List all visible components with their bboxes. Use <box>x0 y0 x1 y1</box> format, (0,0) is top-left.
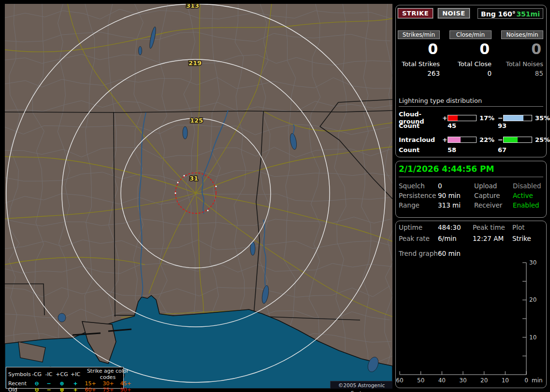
svg-text:20: 20 <box>480 377 488 384</box>
squelch-value: 0 <box>438 182 474 189</box>
copyright-bar: ©2005 Astrogenic Systems <box>330 381 392 389</box>
minus-sign: − <box>498 114 503 122</box>
cloud-ground-count-row: Count 45 93 <box>399 122 543 131</box>
ring-label-125: 125 <box>190 117 203 124</box>
svg-text:40: 40 <box>438 377 446 384</box>
datetime-display: 2/1/2026 4:44:56 PM <box>399 164 543 177</box>
legend-col-neg-cg: -CG <box>30 371 43 378</box>
noises-counter: Noises/min 0 Total Noises 85 <box>501 30 543 77</box>
noise-mode-button[interactable]: NOISE <box>438 8 470 18</box>
capture-status: Active <box>513 192 544 199</box>
status-panel: 2/1/2026 4:44:56 PM Squelch 0 Upload Dis… <box>395 161 547 218</box>
neg-cg-old-icon: ⊖ <box>30 387 43 392</box>
strikes-per-min-value: 0 <box>398 41 438 57</box>
strikes-counter: Strikes/min 0 Total Strikes 263 <box>398 30 440 77</box>
cg-negative-bar <box>503 115 532 121</box>
neg-ic-recent-icon: − <box>43 380 55 387</box>
lightning-map[interactable]: 313 219 125 31 <box>5 4 392 389</box>
svg-text:50: 50 <box>417 377 424 384</box>
strikes-per-min-button[interactable]: Strikes/min <box>398 30 440 39</box>
svg-text:60: 60 <box>396 377 403 384</box>
ic-negative-pct: 25% <box>532 136 550 143</box>
age-30: 30+ <box>99 380 117 387</box>
age-90: 90+ <box>117 387 134 392</box>
pos-ic-old-icon: + <box>69 387 82 392</box>
noises-per-min-button[interactable]: Noises/min <box>501 30 543 39</box>
total-close-value: 0 <box>449 70 492 77</box>
neg-cg-recent-icon: ⊖ <box>30 380 43 387</box>
upload-status: Disabled <box>513 182 544 189</box>
total-noises-label: Total Noises <box>501 60 543 68</box>
strike-mode-button[interactable]: STRIKE <box>398 8 433 18</box>
svg-text:30: 30 <box>459 377 466 384</box>
count-label: Count <box>399 146 442 155</box>
ic-positive-count: 58 <box>448 146 498 155</box>
age-15: 15+ <box>82 380 99 387</box>
cg-negative-pct: 35% <box>532 114 550 122</box>
ic-negative-count: 67 <box>498 146 550 155</box>
pos-ic-recent-icon: + <box>69 380 82 387</box>
legend-old-label: Old <box>8 387 30 392</box>
svg-text:10: 10 <box>529 334 536 341</box>
bearing-readout: Bng 160° 351mi <box>478 8 543 19</box>
symbols-legend: Symbols -CG -IC +CG +IC Strike age color… <box>6 367 124 389</box>
total-close-label: Total Close <box>449 60 492 68</box>
legend-recent-row: Recent ⊖ − ⊕ + 15+ 30+ 45+ <box>8 380 121 387</box>
noises-per-min-value: 0 <box>501 41 541 57</box>
svg-text:min: min <box>532 377 543 384</box>
total-strikes-label: Total Strikes <box>398 60 440 68</box>
rate-counters: Strikes/min 0 Total Strikes 263 Close/mi… <box>398 30 543 77</box>
legend-symbols-header: Symbols <box>8 371 30 378</box>
bearing-label: Bng 160° <box>481 9 516 18</box>
legend-old-row: Old ⊖ − ⊕ + 60+ 75+ 90+ <box>8 387 121 392</box>
plus-sign: + <box>442 136 448 143</box>
receiver-label: Receiver <box>474 202 513 209</box>
age-45: 45+ <box>117 380 134 387</box>
intracloud-count-row: Count 58 67 <box>399 146 543 155</box>
legend-recent-label: Recent <box>8 380 30 387</box>
age-60: 60+ <box>82 387 99 392</box>
plus-sign: + <box>442 114 448 122</box>
svg-text:20: 20 <box>529 296 536 303</box>
squelch-label: Squelch <box>399 182 438 189</box>
trend-graph: 1020306050403020100min <box>396 221 546 388</box>
total-noises-value: 85 <box>501 70 543 77</box>
pos-cg-recent-icon: ⊕ <box>55 380 69 387</box>
age-75: 75+ <box>99 387 117 392</box>
trend-panel: Uptime 484:30 Peak time Plot Peak rate 6… <box>395 221 547 388</box>
cg-negative-count: 93 <box>498 122 550 131</box>
mode-button-row: STRIKE NOISE Bng 160° 351mi <box>398 8 544 20</box>
ic-negative-bar <box>503 137 532 143</box>
intracloud-label: Intracloud <box>399 136 442 143</box>
strike-counters-panel: STRIKE NOISE Bng 160° 351mi Strikes/min … <box>395 5 547 157</box>
legend-col-pos-cg: +CG <box>55 371 69 378</box>
app-window: 313 219 125 31 Symbols -CG -IC +CG +IC S… <box>0 0 550 392</box>
persistence-value: 90 min <box>438 192 474 199</box>
map-canvas: 313 219 125 31 <box>5 4 392 389</box>
persistence-label: Persistence <box>399 192 438 199</box>
close-per-min-value: 0 <box>449 41 490 57</box>
bearing-distance: 351mi <box>516 9 540 18</box>
intracloud-row: Intracloud + 22% − 25% <box>399 135 543 144</box>
receiver-status: Enabled <box>513 202 544 209</box>
svg-text:10: 10 <box>502 377 509 384</box>
ring-label-31: 31 <box>189 175 198 182</box>
legend-col-pos-ic: +IC <box>69 371 82 378</box>
count-label: Count <box>399 122 442 131</box>
svg-text:0: 0 <box>524 377 528 384</box>
cg-positive-bar <box>448 115 477 121</box>
capture-label: Capture <box>474 192 513 199</box>
ring-label-313: 313 <box>186 4 199 9</box>
cg-positive-pct: 17% <box>477 114 498 122</box>
upload-label: Upload <box>474 182 513 189</box>
range-value: 313 mi <box>438 202 474 209</box>
legend-col-neg-ic: -IC <box>43 371 55 378</box>
ic-positive-bar <box>448 137 477 143</box>
minus-sign: − <box>498 136 503 143</box>
pos-cg-old-icon: ⊕ <box>55 387 69 392</box>
range-label: Range <box>399 202 438 209</box>
close-per-min-button[interactable]: Close/min <box>449 30 492 39</box>
ic-positive-pct: 22% <box>477 136 498 143</box>
total-strikes-value: 263 <box>398 70 440 77</box>
legend-header-row: Symbols -CG -IC +CG +IC Strike age color… <box>8 368 121 380</box>
